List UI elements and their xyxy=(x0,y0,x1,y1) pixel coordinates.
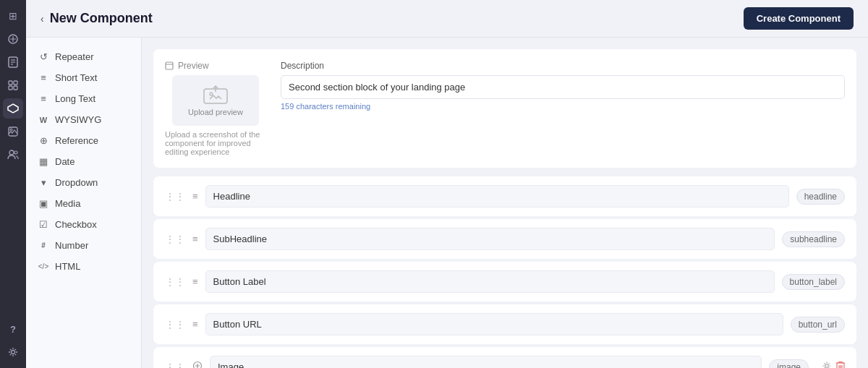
upload-text: Upload preview xyxy=(188,108,243,116)
preview-icon xyxy=(165,61,174,70)
sidebar-item-media[interactable]: ▣ Media xyxy=(26,193,141,214)
long-text-icon: ≡ xyxy=(38,93,49,104)
sidebar-item-dropdown[interactable]: ▾ Dropdown xyxy=(26,172,141,193)
media-icon[interactable] xyxy=(3,121,23,142)
sidebar-item-label: Reference xyxy=(55,135,98,146)
field-actions xyxy=(822,361,845,368)
char-count: 159 characters remaining xyxy=(281,102,845,111)
settings-field-icon[interactable] xyxy=(822,361,832,368)
html-icon: </> xyxy=(38,262,49,270)
sidebar-item-long-text[interactable]: ≡ Long Text xyxy=(26,88,141,109)
main-content: ‹ New Component Create Component ↺ Repea… xyxy=(26,0,868,368)
settings-icon[interactable] xyxy=(3,342,23,362)
preview-section: Preview Upload preview Upload a screensh… xyxy=(165,61,266,156)
svg-point-10 xyxy=(10,129,12,131)
drag-handle[interactable]: ⋮⋮ xyxy=(165,276,185,288)
help-icon[interactable]: ? xyxy=(3,319,23,339)
field-row-main: ⋮⋮ ≡ headline xyxy=(165,185,845,207)
drag-handle[interactable]: ⋮⋮ xyxy=(165,361,185,369)
header-left: ‹ New Component xyxy=(41,11,153,26)
drag-handle[interactable]: ⋮⋮ xyxy=(165,191,185,202)
svg-rect-6 xyxy=(14,81,17,85)
description-input[interactable] xyxy=(281,75,845,99)
sidebar-item-reference[interactable]: ⊕ Reference xyxy=(26,130,141,151)
header: ‹ New Component Create Component xyxy=(26,0,868,38)
body: ↺ Repeater ≡ Short Text ≡ Long Text W WY… xyxy=(26,38,868,368)
short-text-icon: ≡ xyxy=(38,72,49,83)
svg-rect-14 xyxy=(166,62,173,69)
field-row-main: ⋮⋮ ≡ subheadline xyxy=(165,228,845,250)
sidebar-item-label: WYSIWYG xyxy=(55,114,101,125)
upload-icon xyxy=(203,85,229,105)
preview-hint: Upload a screenshot of the component for… xyxy=(165,130,266,156)
field-type-media-icon xyxy=(192,361,203,368)
create-component-button[interactable]: Create Component xyxy=(744,7,854,30)
field-row-button-label: ⋮⋮ ≡ button_label xyxy=(153,262,856,301)
sidebar-item-number[interactable]: # Number xyxy=(26,235,141,256)
sidebar-item-label: Media xyxy=(55,198,80,209)
field-name-input-headline[interactable] xyxy=(205,185,789,207)
sidebar-item-short-text[interactable]: ≡ Short Text xyxy=(26,67,141,88)
home-icon[interactable]: ⊞ xyxy=(3,6,23,26)
back-button[interactable]: ‹ xyxy=(41,13,44,25)
field-row-subheadline: ⋮⋮ ≡ subheadline xyxy=(153,219,856,259)
pages-icon[interactable] xyxy=(3,52,23,72)
drag-handle[interactable]: ⋮⋮ xyxy=(165,319,185,330)
svg-point-13 xyxy=(12,351,15,354)
grid-icon[interactable] xyxy=(3,75,23,95)
delete-field-icon[interactable] xyxy=(836,361,845,368)
sidebar-item-repeater[interactable]: ↺ Repeater xyxy=(26,46,141,67)
field-key-badge-image: image xyxy=(769,359,809,369)
left-nav: ⊞ xyxy=(0,0,26,368)
preview-upload-box[interactable]: Upload preview xyxy=(172,75,259,126)
blocks-icon[interactable] xyxy=(3,29,23,49)
drag-handle[interactable]: ⋮⋮ xyxy=(165,234,185,245)
field-type-short-text-icon: ≡ xyxy=(192,276,198,287)
sidebar-item-label: Long Text xyxy=(55,93,95,104)
svg-rect-5 xyxy=(9,81,12,85)
field-type-sidebar: ↺ Repeater ≡ Short Text ≡ Long Text W WY… xyxy=(26,38,142,368)
wysiwyg-icon: W xyxy=(38,116,49,124)
sidebar-item-checkbox[interactable]: ☑ Checkbox xyxy=(26,214,141,235)
svg-point-17 xyxy=(210,93,213,95)
field-row-main: ⋮⋮ ≡ button_label xyxy=(165,270,845,293)
field-row-main: ⋮⋮ image xyxy=(165,356,845,368)
sidebar-item-label: Checkbox xyxy=(55,219,97,230)
fields-container: ⋮⋮ ≡ headline ⋮⋮ ≡ subheadline xyxy=(153,176,856,368)
sidebar-item-label: Dropdown xyxy=(55,177,98,188)
field-name-input-button-label[interactable] xyxy=(205,270,775,293)
number-icon: # xyxy=(38,241,49,249)
field-row-headline: ⋮⋮ ≡ headline xyxy=(153,176,856,216)
sidebar-item-label: Date xyxy=(55,156,75,167)
sidebar-item-html[interactable]: </> HTML xyxy=(26,256,141,277)
field-row-main: ⋮⋮ ≡ button_url xyxy=(165,313,845,335)
svg-rect-7 xyxy=(9,86,12,90)
repeater-icon: ↺ xyxy=(38,51,49,62)
field-key-badge-button-label: button_label xyxy=(782,274,845,290)
components-icon[interactable] xyxy=(3,98,23,119)
reference-icon: ⊕ xyxy=(38,135,49,146)
svg-rect-8 xyxy=(14,86,17,90)
users-icon[interactable] xyxy=(3,145,23,165)
field-type-short-text-icon: ≡ xyxy=(192,234,198,244)
field-key-badge-subheadline: subheadline xyxy=(782,231,845,247)
sidebar-item-label: Number xyxy=(55,240,88,251)
field-name-input-subheadline[interactable] xyxy=(205,228,775,250)
preview-label: Preview xyxy=(165,61,209,71)
sidebar-item-date[interactable]: ▦ Date xyxy=(26,151,141,172)
date-icon: ▦ xyxy=(38,156,49,167)
description-label: Description xyxy=(281,61,845,71)
field-row-image: ⋮⋮ image xyxy=(153,347,856,368)
dropdown-icon: ▾ xyxy=(38,177,49,188)
content-area: Preview Upload preview Upload a screensh… xyxy=(142,38,868,368)
sidebar-item-wysiwyg[interactable]: W WYSIWYG xyxy=(26,109,141,130)
media-field-icon: ▣ xyxy=(38,198,49,209)
svg-point-19 xyxy=(825,364,828,367)
description-section: Description 159 characters remaining xyxy=(281,61,845,111)
sidebar-item-label: Repeater xyxy=(55,51,93,62)
sidebar-item-label: Short Text xyxy=(55,72,97,83)
svg-point-11 xyxy=(9,150,14,155)
field-name-input-button-url[interactable] xyxy=(205,313,783,335)
field-name-input-image[interactable] xyxy=(210,356,762,368)
field-type-short-text-icon: ≡ xyxy=(192,319,198,330)
